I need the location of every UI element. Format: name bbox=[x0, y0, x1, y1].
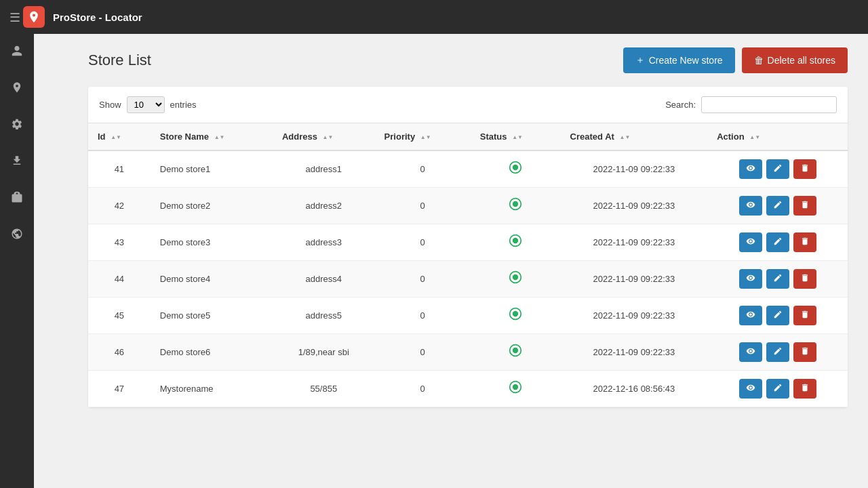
action-buttons bbox=[717, 269, 838, 289]
status-active-icon bbox=[509, 383, 522, 396]
cell-status bbox=[471, 150, 561, 188]
cell-created-at: 2022-12-16 08:56:43 bbox=[561, 371, 708, 407]
cell-status bbox=[471, 224, 561, 261]
status-active-icon bbox=[509, 163, 522, 177]
view-button[interactable] bbox=[739, 306, 762, 325]
cell-status bbox=[471, 334, 561, 371]
view-button[interactable] bbox=[739, 232, 762, 252]
view-button[interactable] bbox=[739, 269, 762, 289]
col-created-at[interactable]: Created At ▲▼ bbox=[561, 123, 708, 150]
cell-actions bbox=[707, 334, 848, 371]
store-table-wrapper: Id ▲▼ Store Name ▲▼ Address ▲▼ Priority … bbox=[88, 123, 848, 407]
svg-point-1 bbox=[513, 165, 518, 170]
hamburger-icon[interactable]: ☰ bbox=[9, 10, 20, 25]
cell-id: 47 bbox=[88, 371, 151, 407]
show-entries-control: Show 10 25 50 100 entries bbox=[99, 96, 197, 113]
page-header: Store List ＋ Create New store 🗑 Delete a… bbox=[88, 47, 848, 73]
cell-address: address5 bbox=[273, 298, 375, 334]
cell-created-at: 2022-11-09 09:22:33 bbox=[561, 298, 708, 334]
cell-priority: 0 bbox=[375, 188, 471, 224]
status-active-icon bbox=[509, 346, 522, 360]
cell-id: 42 bbox=[88, 188, 151, 224]
svg-point-13 bbox=[513, 384, 518, 390]
view-button[interactable] bbox=[739, 379, 762, 399]
cell-store-name: Demo store6 bbox=[151, 334, 273, 371]
cell-store-name: Demo store4 bbox=[151, 261, 273, 298]
action-buttons bbox=[717, 306, 838, 325]
app-logo bbox=[23, 6, 45, 28]
action-buttons bbox=[717, 196, 838, 216]
cell-address: address2 bbox=[273, 188, 375, 224]
delete-button[interactable] bbox=[793, 269, 816, 289]
edit-button[interactable] bbox=[766, 342, 789, 362]
cell-address: address4 bbox=[273, 261, 375, 298]
create-store-button[interactable]: ＋ Create New store bbox=[623, 47, 735, 73]
delete-button[interactable] bbox=[793, 306, 816, 325]
cell-id: 44 bbox=[88, 261, 151, 298]
table-row: 46 Demo store6 1/89,near sbi 0 2022-11-0… bbox=[88, 334, 848, 371]
sidebar-item-download[interactable] bbox=[7, 150, 27, 171]
cell-created-at: 2022-11-09 09:22:33 bbox=[561, 150, 708, 188]
svg-point-5 bbox=[513, 238, 518, 243]
delete-all-stores-button[interactable]: 🗑 Delete all stores bbox=[742, 47, 848, 73]
delete-button[interactable] bbox=[793, 159, 816, 179]
status-active-icon bbox=[509, 237, 522, 250]
table-header-row: Id ▲▼ Store Name ▲▼ Address ▲▼ Priority … bbox=[88, 123, 848, 150]
col-action[interactable]: Action ▲▼ bbox=[707, 123, 848, 150]
cell-actions bbox=[707, 224, 848, 261]
edit-button[interactable] bbox=[766, 232, 789, 252]
search-input[interactable] bbox=[701, 96, 837, 113]
svg-point-9 bbox=[513, 311, 518, 317]
cell-created-at: 2022-11-09 09:22:33 bbox=[561, 224, 708, 261]
cell-id: 45 bbox=[88, 298, 151, 334]
cell-priority: 0 bbox=[375, 334, 471, 371]
sidebar bbox=[0, 0, 34, 488]
cell-created-at: 2022-11-09 09:22:33 bbox=[561, 188, 708, 224]
col-id[interactable]: Id ▲▼ bbox=[88, 123, 151, 150]
cell-store-name: Demo store3 bbox=[151, 224, 273, 261]
sidebar-item-users[interactable] bbox=[7, 41, 27, 61]
action-buttons bbox=[717, 342, 838, 362]
delete-button[interactable] bbox=[793, 232, 816, 252]
view-button[interactable] bbox=[739, 342, 762, 362]
cell-store-name: Demo store5 bbox=[151, 298, 273, 334]
cell-actions bbox=[707, 298, 848, 334]
edit-button[interactable] bbox=[766, 269, 789, 289]
cell-status bbox=[471, 261, 561, 298]
store-table: Id ▲▼ Store Name ▲▼ Address ▲▼ Priority … bbox=[88, 123, 848, 407]
plus-icon: ＋ bbox=[635, 54, 645, 66]
edit-button[interactable] bbox=[766, 379, 789, 399]
cell-id: 41 bbox=[88, 150, 151, 188]
cell-store-name: Mystorename bbox=[151, 371, 273, 407]
delete-button[interactable] bbox=[793, 196, 816, 216]
cell-address: 1/89,near sbi bbox=[273, 334, 375, 371]
table-row: 45 Demo store5 address5 0 2022-11-09 09:… bbox=[88, 298, 848, 334]
entries-select[interactable]: 10 25 50 100 bbox=[127, 96, 165, 113]
col-address[interactable]: Address ▲▼ bbox=[273, 123, 375, 150]
action-buttons bbox=[717, 379, 838, 399]
edit-button[interactable] bbox=[766, 196, 789, 216]
edit-button[interactable] bbox=[766, 306, 789, 325]
header-buttons: ＋ Create New store 🗑 Delete all stores bbox=[623, 47, 848, 73]
status-active-icon bbox=[509, 310, 522, 323]
view-button[interactable] bbox=[739, 159, 762, 179]
sidebar-item-location[interactable] bbox=[7, 77, 27, 98]
edit-button[interactable] bbox=[766, 159, 789, 179]
cell-created-at: 2022-11-09 09:22:33 bbox=[561, 334, 708, 371]
col-priority[interactable]: Priority ▲▼ bbox=[375, 123, 471, 150]
cell-actions bbox=[707, 188, 848, 224]
cell-priority: 0 bbox=[375, 371, 471, 407]
table-row: 43 Demo store3 address3 0 2022-11-09 09:… bbox=[88, 224, 848, 261]
col-store-name[interactable]: Store Name ▲▼ bbox=[151, 123, 273, 150]
view-button[interactable] bbox=[739, 196, 762, 216]
svg-point-7 bbox=[513, 274, 518, 280]
sidebar-item-globe[interactable] bbox=[7, 224, 27, 244]
sidebar-item-briefcase[interactable] bbox=[7, 187, 27, 207]
cell-status bbox=[471, 188, 561, 224]
table-controls: Show 10 25 50 100 entries Search: bbox=[88, 87, 848, 123]
delete-button[interactable] bbox=[793, 379, 816, 399]
cell-address: 55/855 bbox=[273, 371, 375, 407]
delete-button[interactable] bbox=[793, 342, 816, 362]
col-status[interactable]: Status ▲▼ bbox=[471, 123, 561, 150]
sidebar-item-settings[interactable] bbox=[7, 114, 27, 134]
